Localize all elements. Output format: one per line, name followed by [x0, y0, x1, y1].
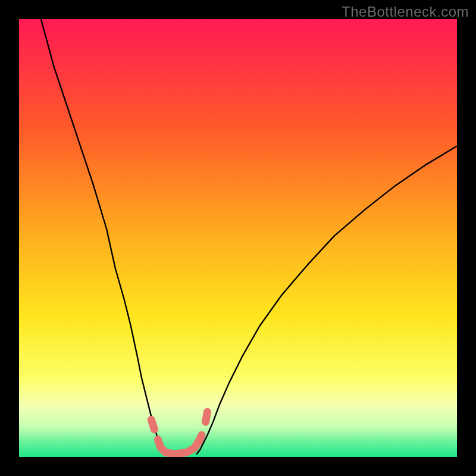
- series-bottom-bridge-dot-left: [151, 419, 154, 429]
- gradient-background: [19, 19, 457, 457]
- chart-frame: TheBottleneck.com: [0, 0, 476, 476]
- series-bottom-bridge-dot-right: [206, 412, 208, 422]
- chart-canvas: [19, 19, 457, 457]
- watermark-text: TheBottleneck.com: [342, 4, 469, 20]
- plot-area: [19, 19, 457, 457]
